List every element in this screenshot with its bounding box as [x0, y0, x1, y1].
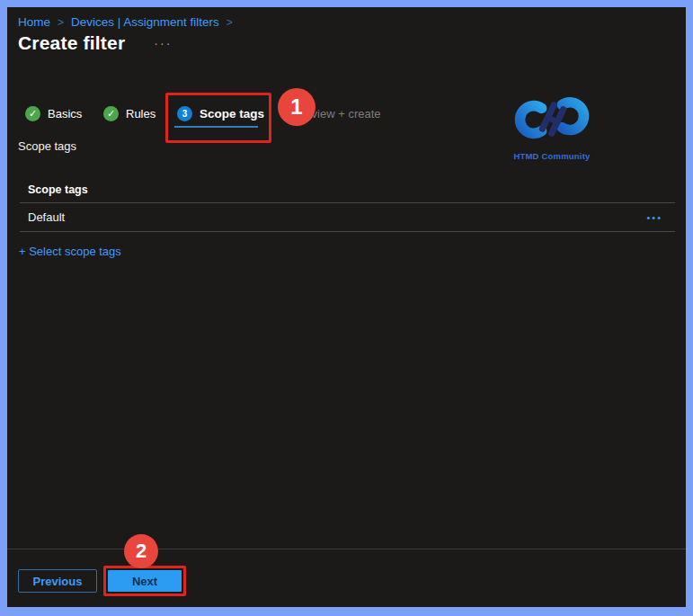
table-row-default[interactable]: Default ••• [20, 203, 675, 231]
scope-tag-value: Default [28, 210, 65, 224]
chevron-right-icon: > [58, 16, 64, 29]
screenshot-frame: Home > Devices | Assignment filters > Cr… [0, 0, 693, 616]
create-filter-page: Home > Devices | Assignment filters > Cr… [7, 7, 686, 607]
check-circle-icon: ✓ [25, 106, 40, 121]
htmd-logo-text: HTMD Community [507, 151, 597, 161]
tab-basics[interactable]: ✓ Basics [25, 104, 82, 122]
breadcrumb-assignment-filters[interactable]: Devices | Assignment filters [71, 15, 219, 29]
breadcrumb: Home > Devices | Assignment filters > [18, 15, 233, 29]
next-button[interactable]: Next [108, 570, 182, 592]
scope-tags-table: Scope tags Default ••• [20, 180, 675, 232]
breadcrumb-home[interactable]: Home [18, 15, 50, 29]
previous-button[interactable]: Previous [18, 569, 97, 593]
annotation-box-scope-tags [165, 93, 271, 143]
select-scope-tags-link[interactable]: + Select scope tags [19, 245, 121, 258]
tab-basics-label: Basics [48, 107, 82, 121]
page-title: Create filter [18, 32, 125, 54]
htmd-community-logo: HTMD Community [507, 94, 597, 161]
chevron-right-icon: > [227, 16, 233, 29]
tab-rules-label: Rules [126, 107, 155, 121]
more-options-icon[interactable]: ··· [154, 36, 172, 50]
section-label-scope-tags: Scope tags [18, 139, 76, 153]
htmd-logo-icon [509, 94, 595, 146]
row-more-icon[interactable]: ••• [646, 212, 662, 223]
tab-rules[interactable]: ✓ Rules [103, 104, 155, 122]
annotation-callout-2: 2 [124, 534, 158, 568]
table-column-header: Scope tags [20, 180, 675, 202]
footer-divider [7, 549, 686, 549]
annotation-callout-1: 1 [278, 88, 315, 126]
title-row: Create filter ··· [18, 32, 172, 54]
check-circle-icon: ✓ [103, 106, 119, 121]
table-divider [20, 231, 675, 232]
annotation-box-next: Next [103, 566, 186, 596]
